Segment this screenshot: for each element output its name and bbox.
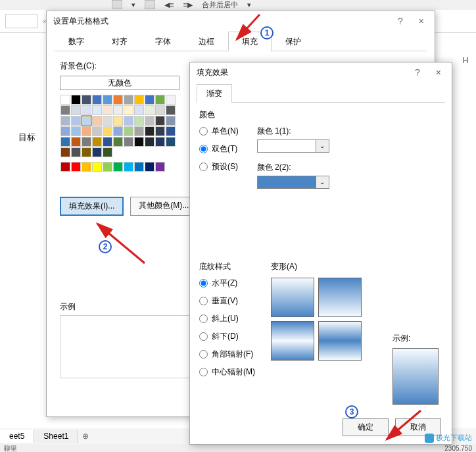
color-swatch[interactable] bbox=[82, 116, 91, 126]
color-swatch[interactable] bbox=[92, 147, 102, 157]
tab-border[interactable]: 边框 bbox=[185, 32, 228, 51]
color-swatch[interactable] bbox=[92, 126, 102, 136]
ok-button[interactable]: 确定 bbox=[343, 418, 389, 436]
other-colors-button[interactable]: 其他颜色(M)... bbox=[130, 197, 197, 216]
color-swatch[interactable] bbox=[155, 162, 165, 172]
radio-corner[interactable]: 角部辐射(F) bbox=[199, 349, 255, 360]
color-swatch[interactable] bbox=[60, 126, 70, 136]
ribbon-icon[interactable] bbox=[112, 0, 122, 9]
merge-center-button[interactable]: 合并后居中 bbox=[202, 0, 238, 10]
color-swatch[interactable] bbox=[71, 147, 81, 157]
color-swatch[interactable] bbox=[60, 147, 70, 157]
tab-font[interactable]: 字体 bbox=[141, 32, 185, 51]
color2-swatch[interactable] bbox=[257, 176, 316, 189]
color-swatch[interactable] bbox=[103, 116, 112, 126]
color-swatch[interactable] bbox=[145, 162, 155, 172]
tab-number[interactable]: 数字 bbox=[55, 32, 98, 51]
color-swatch[interactable] bbox=[155, 137, 165, 147]
color-swatch[interactable] bbox=[113, 105, 123, 115]
color-swatch[interactable] bbox=[92, 105, 102, 115]
color-swatch[interactable] bbox=[134, 95, 144, 105]
color-swatch[interactable] bbox=[103, 126, 112, 136]
color-swatch[interactable] bbox=[60, 162, 70, 172]
close-button[interactable]: × bbox=[415, 14, 428, 28]
color-swatch[interactable] bbox=[134, 126, 144, 136]
sheet-tab[interactable]: Sheet1 bbox=[34, 430, 78, 443]
color-swatch[interactable] bbox=[155, 126, 165, 136]
color-swatch[interactable] bbox=[103, 162, 112, 172]
color-swatch[interactable] bbox=[82, 162, 91, 172]
radio-diag-up[interactable]: 斜上(U) bbox=[199, 313, 255, 324]
color-swatch[interactable] bbox=[134, 137, 144, 147]
column-header[interactable]: H bbox=[452, 56, 476, 65]
color-swatch[interactable] bbox=[113, 116, 123, 126]
color-swatch[interactable] bbox=[71, 95, 81, 105]
color-swatch[interactable] bbox=[124, 126, 133, 136]
tab-alignment[interactable]: 对齐 bbox=[98, 32, 141, 51]
radio-vertical[interactable]: 垂直(V) bbox=[199, 295, 255, 307]
color-swatch[interactable] bbox=[82, 105, 91, 115]
color-swatch[interactable] bbox=[71, 105, 81, 115]
variant-4[interactable] bbox=[318, 321, 362, 361]
color-swatch[interactable] bbox=[145, 116, 155, 126]
color-swatch[interactable] bbox=[92, 162, 102, 172]
ribbon-icon[interactable] bbox=[145, 0, 155, 9]
color-swatch[interactable] bbox=[113, 95, 123, 105]
color-swatch[interactable] bbox=[166, 105, 176, 115]
color-swatch[interactable] bbox=[155, 116, 165, 126]
indent-decrease-icon[interactable]: ◀≡ bbox=[164, 1, 174, 9]
color-swatch[interactable] bbox=[60, 105, 70, 115]
color-swatch[interactable] bbox=[113, 137, 123, 147]
color-swatch[interactable] bbox=[60, 116, 70, 126]
color2-dropdown[interactable]: ⌄ bbox=[316, 176, 329, 189]
color1-dropdown[interactable]: ⌄ bbox=[316, 139, 329, 153]
color-swatch[interactable] bbox=[113, 162, 123, 172]
indent-increase-icon[interactable]: ≡▶ bbox=[183, 1, 192, 9]
color-swatch[interactable] bbox=[145, 137, 155, 147]
variant-3[interactable] bbox=[271, 321, 314, 361]
color-swatch[interactable] bbox=[82, 126, 91, 136]
name-box[interactable] bbox=[5, 14, 38, 28]
color-swatch[interactable] bbox=[71, 126, 81, 136]
color1-swatch[interactable] bbox=[257, 139, 316, 153]
color-swatch[interactable] bbox=[103, 137, 112, 147]
help-button[interactable]: ? bbox=[394, 14, 407, 28]
color-swatch[interactable] bbox=[145, 105, 155, 115]
color-swatch[interactable] bbox=[71, 162, 81, 172]
color-swatch[interactable] bbox=[60, 137, 70, 147]
variant-1[interactable] bbox=[271, 278, 314, 317]
color-swatch[interactable] bbox=[145, 95, 155, 105]
radio-preset[interactable]: 预设(S) bbox=[199, 161, 239, 172]
color-swatch[interactable] bbox=[92, 95, 102, 105]
radio-one-color[interactable]: 单色(N) bbox=[199, 126, 239, 137]
radio-horizontal[interactable]: 水平(Z) bbox=[199, 278, 255, 289]
color-swatch[interactable] bbox=[103, 147, 112, 157]
color-swatch[interactable] bbox=[113, 126, 123, 136]
color-swatch[interactable] bbox=[124, 116, 133, 126]
color-swatch[interactable] bbox=[134, 116, 144, 126]
color-swatch[interactable] bbox=[124, 105, 133, 115]
add-sheet-button[interactable]: ⊕ bbox=[78, 432, 93, 441]
color-swatch[interactable] bbox=[124, 95, 133, 105]
color-swatch[interactable] bbox=[82, 147, 91, 157]
no-color-button[interactable]: 无颜色 bbox=[60, 76, 179, 90]
radio-center[interactable]: 中心辐射(M) bbox=[199, 366, 255, 378]
color-swatch[interactable] bbox=[166, 126, 176, 136]
color-swatch[interactable] bbox=[60, 95, 70, 105]
color-swatch[interactable] bbox=[82, 137, 91, 147]
color-swatch[interactable] bbox=[71, 137, 81, 147]
tab-gradient[interactable]: 渐变 bbox=[197, 84, 232, 103]
fill-effects-button[interactable]: 填充效果(I)... bbox=[60, 197, 124, 216]
color-swatch[interactable] bbox=[166, 95, 176, 105]
color-swatch[interactable] bbox=[166, 137, 176, 147]
close-button[interactable]: × bbox=[432, 66, 445, 79]
tab-protection[interactable]: 保护 bbox=[272, 32, 315, 51]
radio-two-color[interactable]: 双色(T) bbox=[199, 143, 239, 155]
color-swatch[interactable] bbox=[155, 105, 165, 115]
variant-2[interactable] bbox=[318, 278, 362, 317]
radio-diag-down[interactable]: 斜下(D) bbox=[199, 331, 255, 342]
color-swatch[interactable] bbox=[124, 137, 133, 147]
color-swatch[interactable] bbox=[166, 116, 176, 126]
color-swatch[interactable] bbox=[71, 116, 81, 126]
color-swatch[interactable] bbox=[134, 162, 144, 172]
